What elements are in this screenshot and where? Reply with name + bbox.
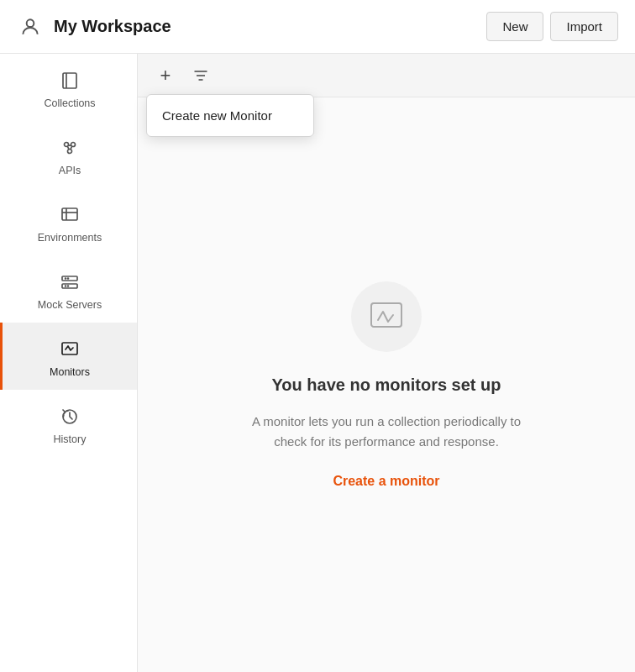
import-button[interactable]: Import <box>550 12 618 41</box>
main-layout: Collections APIs <box>0 54 635 672</box>
add-monitor-button[interactable]: + <box>151 61 180 90</box>
history-icon <box>58 405 81 428</box>
collections-icon <box>58 69 81 92</box>
header-left: My Workspace <box>17 13 171 40</box>
svg-rect-22 <box>371 303 401 327</box>
svg-line-7 <box>71 146 72 150</box>
toolbar: + Create new Monitor <box>138 54 635 97</box>
svg-line-6 <box>67 146 69 150</box>
filter-button[interactable] <box>186 61 215 90</box>
sidebar-item-collections[interactable]: Collections <box>0 54 137 121</box>
monitor-empty-icon <box>368 298 405 335</box>
environments-label: Environments <box>38 232 102 244</box>
sidebar-item-history[interactable]: History <box>0 390 137 457</box>
environments-icon <box>58 203 81 227</box>
svg-point-4 <box>68 150 72 154</box>
content-area: + Create new Monitor Y <box>138 54 635 672</box>
svg-point-0 <box>27 19 34 27</box>
sidebar-item-environments[interactable]: Environments <box>0 188 137 255</box>
empty-state-description: A monitor lets you run a collection peri… <box>244 412 529 452</box>
filter-icon <box>192 67 209 84</box>
mock-servers-icon <box>58 270 81 294</box>
user-avatar-icon <box>17 13 44 40</box>
sidebar-item-monitors[interactable]: Monitors <box>0 323 137 390</box>
monitors-icon <box>58 338 81 361</box>
svg-rect-11 <box>62 276 77 281</box>
svg-rect-12 <box>62 284 77 288</box>
monitors-label: Monitors <box>50 366 90 378</box>
new-button[interactable]: New <box>486 12 543 41</box>
empty-state: You have no monitors set up A monitor le… <box>138 97 635 672</box>
apis-icon <box>58 136 81 160</box>
svg-rect-8 <box>62 208 77 220</box>
sidebar-item-apis[interactable]: APIs <box>0 121 137 188</box>
svg-rect-1 <box>63 73 76 88</box>
empty-state-title: You have no monitors set up <box>272 374 501 396</box>
create-new-monitor-item[interactable]: Create new Monitor <box>147 100 313 131</box>
mock-servers-label: Mock Servers <box>38 299 102 311</box>
empty-state-icon-wrapper <box>351 281 422 352</box>
plus-icon: + <box>160 66 171 85</box>
app-header: My Workspace New Import <box>0 0 635 54</box>
create-monitor-link[interactable]: Create a monitor <box>333 474 439 489</box>
sidebar: Collections APIs <box>0 54 138 672</box>
create-monitor-dropdown: Create new Monitor <box>146 94 314 137</box>
apis-label: APIs <box>59 165 81 176</box>
workspace-title: My Workspace <box>54 17 171 36</box>
header-actions: New Import <box>486 12 618 41</box>
sidebar-item-mock-servers[interactable]: Mock Servers <box>0 255 137 323</box>
collections-label: Collections <box>44 97 95 109</box>
history-label: History <box>54 433 87 445</box>
